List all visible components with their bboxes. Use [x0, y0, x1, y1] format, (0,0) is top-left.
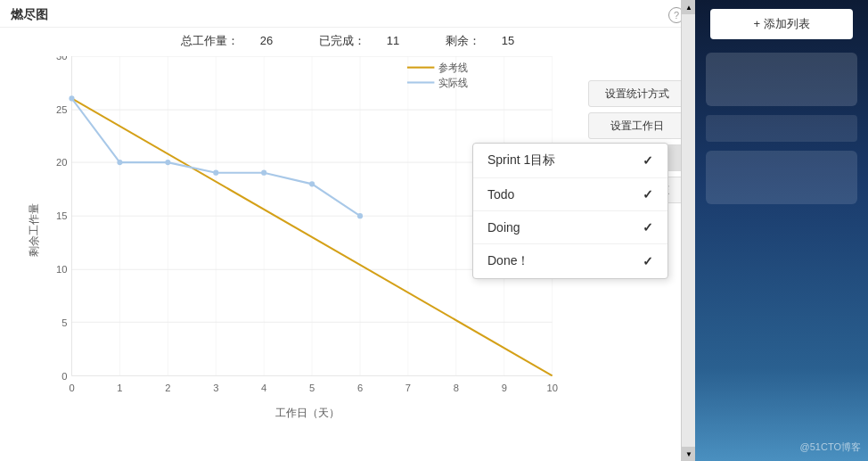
chart-stats: 总工作量：26 已完成：11 剩余：15: [0, 28, 695, 53]
dropdown-item-todo[interactable]: Todo ✓: [473, 178, 667, 211]
add-list-button[interactable]: + 添加列表: [710, 9, 853, 39]
dropdown-item-doing[interactable]: Doing ✓: [473, 211, 667, 244]
svg-text:0: 0: [69, 383, 74, 393]
dropdown-item-doing-label: Doing: [487, 220, 643, 235]
svg-point-41: [261, 170, 266, 176]
svg-point-37: [69, 95, 74, 101]
sidebar-card-2: [706, 115, 857, 142]
chart-title: 燃尽图: [11, 7, 48, 23]
dropdown-item-doing-check: ✓: [643, 220, 653, 235]
svg-point-40: [213, 170, 218, 176]
scroll-up-btn[interactable]: ▲: [682, 0, 696, 14]
dropdown-item-sprint-label: Sprint 1目标: [487, 152, 643, 169]
dropdown-item-done-check: ✓: [643, 254, 653, 268]
svg-text:20: 20: [56, 157, 67, 168]
dropdown-item-todo-label: Todo: [487, 187, 643, 202]
svg-text:1: 1: [117, 383, 122, 393]
svg-text:8: 8: [454, 383, 459, 393]
svg-text:参考线: 参考线: [439, 62, 468, 73]
svg-text:9: 9: [502, 383, 507, 393]
scrollbar: ▲ ▼: [681, 0, 695, 461]
watermark: @51CTO博客: [800, 440, 861, 454]
set-workday-button[interactable]: 设置工作日: [588, 112, 686, 139]
sidebar-card-1: [706, 53, 857, 106]
svg-text:10: 10: [546, 383, 557, 393]
total-label: 总工作量：26: [170, 34, 287, 47]
dropdown-item-done[interactable]: Done！ ✓: [473, 244, 667, 278]
chart-panel: 燃尽图 ? ▲ 总工作量：26 已完成：11 剩余：15 剩余工作量: [0, 0, 695, 461]
svg-text:2: 2: [165, 383, 170, 393]
svg-text:25: 25: [56, 104, 67, 115]
svg-text:6: 6: [357, 383, 363, 393]
svg-point-38: [117, 160, 122, 165]
svg-text:30: 30: [56, 56, 67, 62]
dropdown-panel: Sprint 1目标 ✓ Todo ✓ Doing ✓ Done！ ✓: [472, 143, 668, 279]
svg-text:4: 4: [261, 383, 266, 393]
set-stats-method-button[interactable]: 设置统计方式: [588, 80, 686, 107]
svg-text:5: 5: [61, 317, 67, 327]
sidebar-card-3: [706, 151, 857, 204]
dropdown-item-sprint[interactable]: Sprint 1目标 ✓: [473, 144, 667, 178]
svg-point-43: [357, 213, 363, 218]
remaining-label: 剩余：15: [435, 34, 525, 47]
svg-text:15: 15: [56, 210, 67, 221]
y-axis-label: 剩余工作量: [27, 203, 42, 257]
chart-header: 燃尽图 ? ▲: [0, 0, 695, 28]
x-axis-label: 工作日（天）: [45, 406, 570, 421]
completed-label: 已完成：11: [308, 34, 414, 47]
svg-text:0: 0: [61, 370, 67, 381]
dropdown-item-sprint-check: ✓: [643, 153, 653, 168]
dropdown-item-todo-check: ✓: [643, 187, 653, 202]
svg-text:10: 10: [56, 264, 67, 275]
svg-text:7: 7: [405, 383, 411, 393]
svg-text:实际线: 实际线: [439, 78, 468, 88]
scroll-down-btn[interactable]: ▼: [682, 447, 696, 461]
right-panel: + 添加列表 @51CTO博客: [695, 0, 868, 461]
dropdown-item-done-label: Done！: [487, 253, 643, 269]
svg-point-42: [309, 181, 315, 186]
svg-point-39: [165, 160, 170, 165]
svg-text:3: 3: [213, 383, 218, 393]
svg-text:5: 5: [309, 383, 315, 393]
